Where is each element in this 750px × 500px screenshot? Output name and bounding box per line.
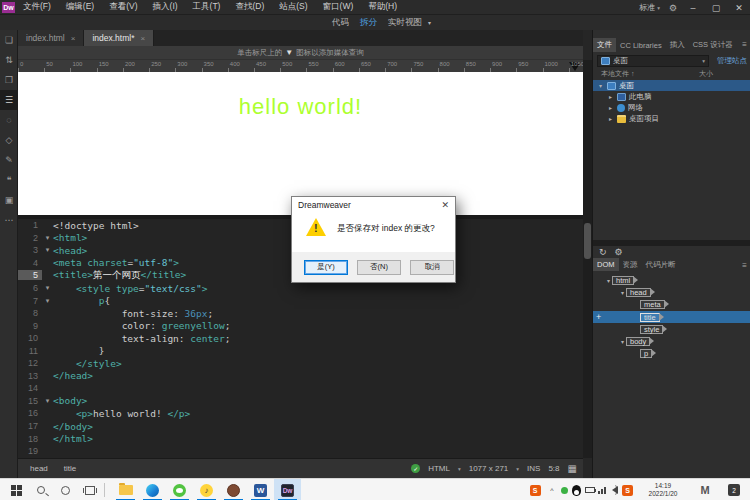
line-number[interactable]: 4 [18, 258, 42, 268]
line-number[interactable]: 12 [18, 358, 42, 368]
dom-tree-row[interactable]: ▾head [593, 286, 750, 298]
comment-icon[interactable]: ❝ [0, 170, 18, 190]
tree-caret-icon[interactable]: ▾ [619, 338, 626, 345]
code-line[interactable]: 14 [18, 382, 583, 395]
tray-app2-icon[interactable]: S [621, 479, 634, 500]
line-number[interactable]: 19 [18, 446, 42, 456]
volume-icon[interactable] [609, 479, 620, 500]
line-number[interactable]: 16 [18, 408, 42, 418]
line-number[interactable]: 11 [18, 346, 42, 356]
line-number[interactable]: 1 [18, 220, 42, 230]
dom-tag-chip[interactable]: p [640, 349, 652, 358]
code-line[interactable]: 13</head> [18, 370, 583, 383]
code-line[interactable]: 11 } [18, 344, 583, 357]
dom-tag-chip[interactable]: head [626, 288, 651, 297]
taskbar-word-button[interactable]: W [247, 479, 274, 500]
dom-tag-chip[interactable]: body [626, 337, 650, 346]
menu-item[interactable]: 窗口(W) [323, 1, 354, 13]
tray-expand-icon[interactable]: ^ [546, 479, 558, 500]
dom-tag-chip[interactable]: html [612, 276, 634, 285]
line-number[interactable]: 15 [18, 396, 42, 406]
network-icon[interactable] [597, 479, 608, 500]
more-icon[interactable]: ⋯ [0, 210, 18, 230]
doc-type-indicator[interactable]: HTML [428, 464, 450, 473]
live-code-icon[interactable]: ❐ [0, 70, 18, 90]
line-number[interactable]: 17 [18, 421, 42, 431]
code-fold-icon[interactable]: ▾ [42, 246, 53, 254]
code-line[interactable]: 15▾<body> [18, 395, 583, 408]
tag-selector-title[interactable]: title [60, 462, 80, 475]
add-element-icon[interactable]: + [596, 312, 601, 322]
site-select[interactable]: 桌面 ▾ [597, 55, 709, 67]
edit-icon[interactable]: ✎ [0, 150, 18, 170]
open-documents-icon[interactable]: ❏ [0, 30, 18, 50]
line-number[interactable]: 6 [18, 283, 42, 293]
dom-tree-row[interactable]: ▾body [593, 335, 750, 347]
line-number[interactable]: 7 [18, 296, 42, 306]
size-column-header[interactable]: 大小 [699, 69, 713, 79]
start-button[interactable] [6, 479, 26, 500]
code-line[interactable]: 8 font-size: 36px; [18, 307, 583, 320]
snippet-icon[interactable]: ▣ [0, 190, 18, 210]
tray-status-icon[interactable] [559, 479, 570, 500]
taskbar-explorer-button[interactable] [112, 479, 139, 500]
code-line[interactable]: 19 [18, 445, 583, 458]
taskbar-edge-button[interactable] [139, 479, 166, 500]
dom-tag-chip[interactable]: title [640, 313, 660, 322]
media-query-bar[interactable]: 单击标尺上的 ▼ 图标以添加媒体查询 [18, 46, 583, 60]
panel-tab[interactable]: CC Libraries [616, 39, 666, 52]
dom-tree-row[interactable]: meta [593, 299, 750, 311]
dialog-title-bar[interactable]: Dreamweaver ✕ [292, 197, 455, 212]
line-number[interactable]: 10 [18, 333, 42, 343]
tree-caret-icon[interactable]: ▸ [607, 115, 614, 122]
gear-icon[interactable]: ⚙ [615, 247, 623, 257]
close-icon[interactable]: × [71, 34, 76, 43]
menu-item[interactable]: 插入(I) [153, 1, 178, 13]
dialog-button[interactable]: 否(N) [357, 260, 401, 275]
menu-item[interactable]: 站点(S) [279, 1, 307, 13]
tree-caret-icon[interactable]: ▾ [605, 277, 612, 284]
editor-scrollbar[interactable] [583, 60, 592, 458]
tray-app-icon[interactable]: S [528, 479, 542, 500]
panel-tab[interactable]: CSS 设计器 [689, 38, 737, 52]
code-line[interactable]: 12 </style> [18, 357, 583, 370]
notification-center-button[interactable]: 2 [726, 479, 742, 500]
dom-tree-row[interactable]: ▾html [593, 274, 750, 286]
document-tab[interactable]: index.html*× [84, 30, 154, 46]
local-files-column-header[interactable]: 本地文件 ↑ [601, 69, 634, 79]
task-view-button[interactable] [80, 479, 100, 500]
design-view[interactable]: hello world! [18, 72, 583, 215]
menu-item[interactable]: 文件(F) [23, 1, 51, 13]
panel-tab[interactable]: 资源 [619, 258, 642, 272]
code-line[interactable]: 18</html> [18, 432, 583, 445]
close-button[interactable]: ✕ [732, 3, 746, 13]
tree-caret-icon[interactable]: ▾ [597, 82, 604, 89]
dom-tag-chip[interactable]: meta [640, 300, 665, 309]
chevron-down-icon[interactable]: ▾ [428, 19, 431, 26]
maximize-button[interactable]: ▢ [709, 3, 723, 13]
dom-tree-row[interactable]: +title [593, 311, 750, 323]
code-fold-icon[interactable]: ▾ [42, 397, 53, 405]
files-tree-row[interactable]: ▸此电脑 [593, 91, 750, 102]
files-tree-row[interactable]: ▸桌面项目 [593, 113, 750, 124]
manage-sites-link[interactable]: 管理站点 [717, 56, 747, 66]
cortana-button[interactable] [56, 479, 74, 500]
menu-item[interactable]: 编辑(E) [66, 1, 94, 13]
menu-item[interactable]: 查看(V) [109, 1, 137, 13]
files-tree-row[interactable]: ▾桌面 [593, 80, 750, 91]
menu-item[interactable]: 工具(T) [193, 1, 221, 13]
code-line[interactable]: 17</body> [18, 420, 583, 433]
dialog-button[interactable]: 是(Y) [304, 260, 348, 275]
code-line[interactable]: 7▾ p{ [18, 294, 583, 307]
line-number[interactable]: 14 [18, 383, 42, 393]
panel-menu-icon[interactable]: ≡ [742, 261, 747, 270]
scrollbar-thumb[interactable] [584, 223, 591, 259]
code-line[interactable]: 10 text-align: center; [18, 332, 583, 345]
refresh-icon[interactable]: ↻ [599, 247, 607, 257]
panel-tab[interactable]: 插入 [666, 38, 689, 52]
tree-caret-icon[interactable]: ▸ [607, 104, 614, 111]
taskbar-wechat-button[interactable] [166, 479, 193, 500]
tag-selector-head[interactable]: head [26, 462, 52, 475]
code-fold-icon[interactable]: ▾ [42, 284, 53, 292]
minimize-button[interactable]: – [686, 3, 700, 13]
